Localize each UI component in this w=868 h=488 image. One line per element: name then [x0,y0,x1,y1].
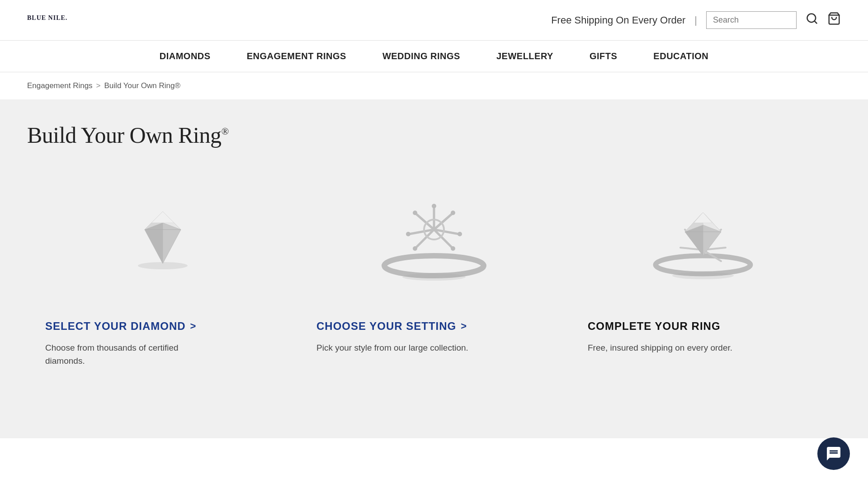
free-shipping-text: Free Shipping On Every Order [551,14,685,26]
svg-point-11 [384,256,484,276]
svg-marker-9 [151,211,174,223]
search-icon [806,12,818,25]
choose-setting-desc: Pick your style from our large collectio… [316,342,479,355]
hero-title: Build Your Own Ring® [27,122,841,148]
hero-section: Build Your Own Ring® [0,99,868,438]
svg-point-27 [402,273,466,281]
svg-point-20 [432,204,436,208]
svg-marker-41 [694,212,712,223]
diamond-illustration [122,198,203,279]
nav-item-gifts[interactable]: GIFTS [590,51,617,61]
svg-point-24 [413,246,417,251]
site-header: BLUE NILE. Free Shipping On Every Order … [0,0,868,72]
cart-button[interactable] [827,12,841,28]
chevron-right-icon: > [190,320,197,332]
breadcrumb-parent[interactable]: Engagement Rings [27,81,93,90]
svg-point-42 [672,272,734,279]
select-diamond-link[interactable]: SELECT YOUR DIAMOND > [45,320,280,333]
svg-line-1 [814,21,816,23]
chat-icon [826,446,842,462]
ring-illustration [633,189,778,288]
breadcrumb: Engagement Rings > Build Your Own Ring® [0,72,868,99]
svg-point-26 [413,211,417,215]
svg-point-28 [656,256,750,274]
nav-item-diamonds[interactable]: DIAMONDS [160,51,211,61]
setting-illustration [362,189,506,288]
svg-point-25 [406,232,410,236]
complete-ring-desc: Free, insured shipping on every order. [588,342,750,355]
setting-image [316,175,552,302]
svg-marker-7 [163,223,181,263]
header-right: Free Shipping On Every Order | [551,11,841,29]
nav-item-education[interactable]: EDUCATION [653,51,708,61]
search-button[interactable] [806,12,818,28]
select-diamond-desc: Choose from thousands of certified diamo… [45,342,208,367]
main-navigation: DIAMONDS ENGAGEMENT RINGS WEDDING RINGS … [0,41,868,72]
svg-marker-8 [145,223,163,263]
chat-button[interactable] [817,437,850,470]
brand-period: . [66,14,68,21]
header-divider: | [694,14,697,26]
diamond-image [45,175,280,302]
ring-image [588,175,823,302]
nav-item-engagement-rings[interactable]: ENGAGEMENT RINGS [247,51,346,61]
nav-item-jewellery[interactable]: JEWELLERY [496,51,553,61]
choose-setting-link[interactable]: CHOOSE YOUR SETTING > [316,320,552,333]
breadcrumb-current: Build Your Own Ring® [104,81,180,90]
nav-item-wedding-rings[interactable]: WEDDING RINGS [382,51,460,61]
cards-container: SELECT YOUR DIAMOND > Choose from thousa… [27,175,841,385]
brand-name: BLUE NILE [27,14,66,21]
svg-point-22 [458,232,462,236]
search-input[interactable] [706,11,797,29]
card-complete-ring: COMPLETE YOUR RING Free, insured shippin… [570,175,841,385]
svg-point-23 [451,246,455,251]
breadcrumb-separator: > [96,81,101,90]
svg-point-21 [451,211,455,215]
brand-logo[interactable]: BLUE NILE. [27,11,67,30]
complete-ring-title: COMPLETE YOUR RING [588,320,823,333]
chevron-right-icon-2: > [461,320,467,332]
card-choose-setting: CHOOSE YOUR SETTING > Pick your style fr… [298,175,570,385]
card-select-diamond: SELECT YOUR DIAMOND > Choose from thousa… [27,175,298,385]
cart-icon [827,12,841,25]
